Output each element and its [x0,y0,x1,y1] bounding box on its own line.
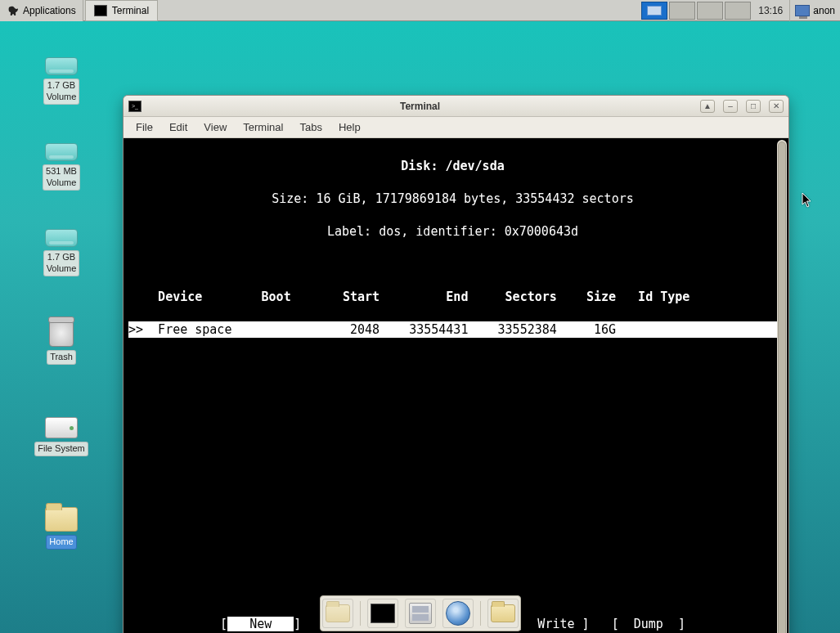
top-panel: Applications Terminal 13:16 anon [0,0,840,21]
dock-file-manager[interactable] [405,599,436,628]
desktop-folder-icon [326,604,350,622]
scrollbar-thumb[interactable] [778,141,786,633]
desktop-volume-1-label: 1.7 GB Volume [43,79,80,105]
menubar: File Edit View Terminal Tabs Help [124,117,788,138]
desktop-volume-3[interactable]: 1.7 GB Volume [33,229,90,276]
cfdisk-selected-row[interactable]: >> Free space 2048 33554431 33552384 16G [128,321,777,338]
menu-tabs[interactable]: Tabs [292,119,329,136]
scrollbar[interactable] [777,140,787,633]
file-manager-icon [409,603,432,624]
disk-icon [45,143,78,161]
mouse-cursor [802,192,813,209]
menu-help[interactable]: Help [331,119,368,136]
desktop-home-label: Home [46,535,76,550]
dock-terminal[interactable] [367,599,398,628]
menu-terminal[interactable]: Terminal [236,119,290,136]
desktop-filesystem[interactable]: File System [33,417,90,456]
trash-icon [49,319,74,347]
desktop-filesystem-label: File System [34,442,88,456]
desktop-volume-3-label: 1.7 GB Volume [43,250,80,276]
terminal-window[interactable]: Terminal ▲ – □ ✕ File Edit View Terminal… [123,95,789,633]
menu-view[interactable]: View [196,119,234,136]
cfdisk-headers: Device Boot Start End Sectors Size Id Ty… [128,289,777,305]
bottom-dock [320,595,521,631]
terminal-content: Disk: /dev/sda Size: 16 GiB, 17179869184… [124,141,788,633]
cfdisk-dump-button[interactable]: Dump [634,617,663,631]
cfdisk-label-line: Label: dos, identifier: 0x7000643d [128,223,777,240]
window-maximize-button[interactable]: □ [746,100,761,113]
workspace-2[interactable] [669,2,695,20]
disk-icon [45,57,78,75]
terminal-icon [94,5,107,16]
desktop-volume-2-label: 531 MB Volume [43,164,80,191]
cfdisk-disk-line: Disk: /dev/sda [128,158,777,174]
monitor-icon [795,5,810,16]
globe-icon [446,601,470,626]
desktop-trash-label: Trash [47,350,76,365]
cfdisk-write-button[interactable]: Write [537,617,574,631]
drive-icon [45,417,78,438]
user-section[interactable]: anon [789,0,840,21]
taskbar-terminal-label: Terminal [112,5,149,16]
folder-icon [491,604,515,622]
dock-web-browser[interactable] [442,599,474,628]
workspace-4[interactable] [725,2,751,20]
menu-file[interactable]: File [128,119,160,136]
window-terminal-icon [128,101,141,112]
desktop-trash[interactable]: Trash [33,319,90,365]
dock-show-desktop[interactable] [322,599,353,628]
user-label: anon [813,5,835,16]
cfdisk-size-line: Size: 16 GiB, 17179869184 bytes, 3355443… [128,191,777,207]
menu-edit[interactable]: Edit [162,119,195,136]
dock-home-folder[interactable] [487,599,519,628]
cfdisk-new-button[interactable]: New [227,617,294,631]
workspace-1[interactable] [641,2,667,20]
disk-icon [45,229,78,247]
taskbar-terminal[interactable]: Terminal [85,0,158,21]
workspace-switcher[interactable] [640,0,752,21]
terminal-body[interactable]: Disk: /dev/sda Size: 16 GiB, 17179869184… [124,138,788,633]
window-up-button[interactable]: ▲ [700,100,715,113]
desktop-home[interactable]: Home [33,507,90,550]
desktop-volume-1[interactable]: 1.7 GB Volume [33,57,90,105]
applications-label: Applications [23,5,76,16]
folder-icon [45,507,78,532]
panel-clock[interactable]: 13:16 [752,5,789,16]
window-title: Terminal [148,101,692,112]
window-minimize-button[interactable]: – [723,100,738,113]
desktop-volume-2[interactable]: 531 MB Volume [33,143,90,191]
window-close-button[interactable]: ✕ [769,100,784,113]
applications-menu[interactable]: Applications [0,0,83,21]
applications-icon [7,5,20,16]
terminal-icon [371,604,395,623]
titlebar[interactable]: Terminal ▲ – □ ✕ [124,96,788,117]
workspace-3[interactable] [697,2,723,20]
